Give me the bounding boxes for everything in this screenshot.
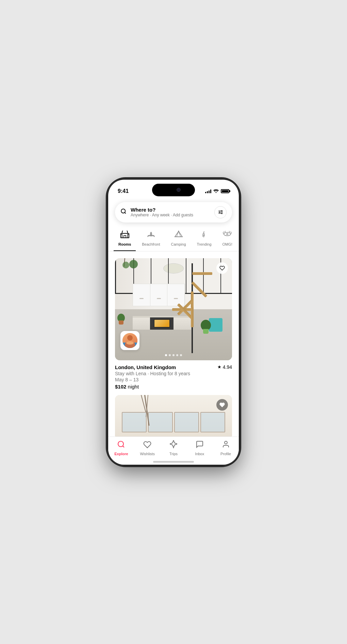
listing-host: Stay with Lena · Hosting for 8 years [115,371,232,376]
nav-profile[interactable]: Profile [213,440,239,456]
home-indicator [153,461,194,463]
dot-2 [169,354,171,356]
teal-cube [209,318,222,332]
listing-rating: ★ 4.94 [217,364,232,370]
tab-beachfront[interactable]: Beachfront [137,228,165,251]
svg-point-1 [219,212,220,213]
listing-price: $102 night [115,384,232,390]
profile-icon [222,440,230,450]
camera-dot [177,188,181,192]
tab-omg[interactable]: OMG! [218,228,237,251]
image-dots [165,354,182,356]
nav-explore[interactable]: Explore [108,440,134,456]
nav-inbox[interactable]: Inbox [186,440,213,456]
plant-left [117,314,125,325]
dot-5 [180,354,182,356]
plant-right [201,320,211,334]
filter-button[interactable] [214,206,227,218]
main-content: Where to? Anywhere · Any week · Add gues… [108,198,239,436]
nav-wishlists[interactable]: Wishlists [134,440,161,456]
signal-icon [205,189,211,193]
beachfront-icon [147,231,155,240]
svg-point-9 [224,232,231,236]
bottom-nav: Explore Wishlists Trips [108,436,239,465]
profile-label: Profile [220,452,231,456]
svg-rect-8 [124,235,126,238]
explore-icon [117,440,125,450]
listing-card-2[interactable] [108,395,239,436]
tab-trending[interactable]: Trending [192,228,216,251]
dot-3 [172,354,175,356]
star-icon: ★ [217,364,221,369]
wishlist-button-2[interactable] [216,399,228,411]
trending-icon [200,231,209,240]
phone-screen: 9:41 [108,180,239,465]
spiral-staircase [170,263,215,353]
tab-camping[interactable]: Camping [166,228,191,251]
status-icons [205,188,229,194]
search-icon [120,208,127,216]
svg-point-10 [227,233,228,235]
tab-rooms-label: Rooms [118,242,131,246]
phone-frame: 9:41 [107,179,240,466]
dot-4 [176,354,178,356]
search-section: Where to? Anywhere · Any week · Add gues… [108,198,239,228]
category-tabs: Rooms Beachfront [108,228,239,251]
dot-1 [165,354,167,356]
svg-point-3 [221,213,222,214]
omg-icon [223,231,232,240]
trips-icon [170,440,177,450]
nav-trips[interactable]: Trips [161,440,187,456]
listing-dates: May 8 – 13 [115,377,232,382]
wifi-icon [213,188,219,194]
rooms-icon [120,231,129,240]
second-room-scene [115,395,232,436]
svg-point-11 [118,441,123,447]
tab-beachfront-label: Beachfront [142,242,160,246]
host-photo [122,333,137,348]
inbox-icon [196,440,204,450]
search-bar[interactable]: Where to? Anywhere · Any week · Add gues… [115,202,232,222]
tab-camping-label: Camping [171,242,186,246]
camping-icon [174,231,183,240]
host-avatar [120,331,139,350]
svg-point-2 [221,211,222,212]
wishlists-label: Wishlists [140,452,155,456]
window-row [122,412,225,432]
battery-icon [221,189,229,193]
listing-location: London, United Kingdom [115,364,176,370]
status-time: 9:41 [118,188,129,194]
listing-image-2 [115,395,232,436]
hanging-plant [121,258,141,275]
inbox-label: Inbox [195,452,204,456]
tab-rooms[interactable]: Rooms [114,228,136,251]
listing-image-1 [115,258,232,360]
listing-header-row: London, United Kingdom ★ 4.94 [115,364,232,370]
search-subtitle: Anywhere · Any week · Add guests [131,213,210,217]
listing-info-1: London, United Kingdom ★ 4.94 Stay with … [115,360,232,390]
svg-point-0 [121,209,125,213]
price-amount: $102 [115,384,126,390]
listing-card-1[interactable]: London, United Kingdom ★ 4.94 Stay with … [108,251,239,395]
search-title: Where to? [131,207,210,213]
rating-value: 4.94 [223,364,232,370]
svg-point-12 [225,441,227,444]
oven-window [154,319,170,328]
trips-label: Trips [169,452,178,456]
explore-label: Explore [114,452,128,456]
search-text: Where to? Anywhere · Any week · Add gues… [131,207,210,217]
tab-omg-label: OMG! [222,242,232,246]
wishlist-button-1[interactable] [216,262,228,274]
price-unit: night [128,384,139,390]
dynamic-island [152,184,195,196]
wishlists-icon [143,440,151,450]
tab-trending-label: Trending [197,242,212,246]
